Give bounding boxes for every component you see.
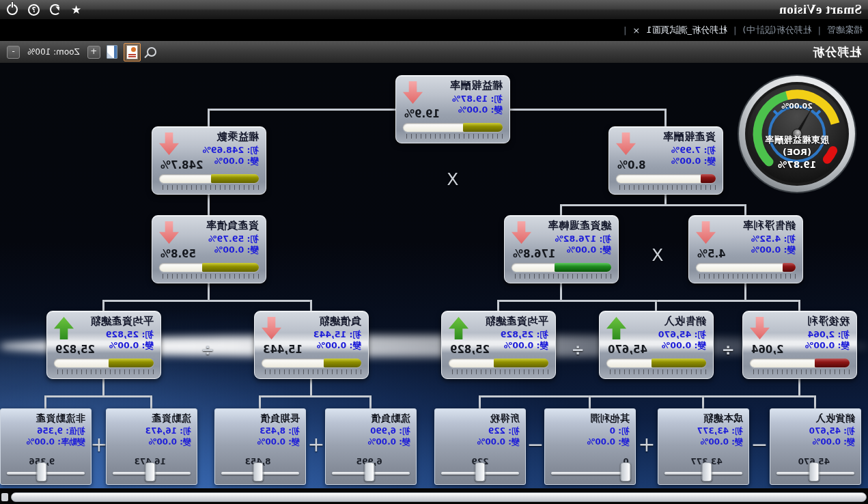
document-icon[interactable]: [107, 45, 117, 59]
search-icon[interactable]: [147, 47, 156, 57]
node-debt-ratio[interactable]: 資產負債率 初: 59.79% 變: 0.00% 59.8%: [152, 215, 266, 283]
power-icon[interactable]: [7, 4, 18, 15]
gauge-value: 19.87%: [737, 158, 857, 171]
connector-segment: [560, 283, 562, 301]
progress-bar: [403, 123, 503, 132]
connector-segment: [208, 195, 210, 216]
node-init: 初: 25,829: [54, 329, 154, 340]
node-init: 初: 59.79%: [159, 234, 259, 244]
bnode-current-liabilities[interactable]: 流動負債 初: 6,990 變: 0.00% 6,995: [325, 408, 417, 485]
connector-segment: [259, 395, 261, 409]
toolbar: + Zoom: 100% -: [7, 43, 156, 61]
connector-segment: [798, 379, 800, 397]
node-title: 銷售收入: [606, 315, 706, 328]
bnode-current-assets[interactable]: 流動資產 初: 16,473 變: 0.00% 16,473: [106, 408, 197, 485]
progress-bar: [606, 359, 706, 367]
node-value: 25,829: [55, 344, 95, 356]
help-icon[interactable]: ?: [28, 4, 40, 16]
title-bar: Smart eVision ★ ?: [0, 0, 868, 19]
progress-bar: [262, 359, 361, 367]
node-avg-assets-2[interactable]: 平均資產總額 初: 25,829 變: 0.00% 25,829: [441, 311, 556, 379]
zoom-out-button[interactable]: -: [7, 46, 20, 59]
tab-close-icon[interactable]: ×: [632, 25, 640, 36]
slider-handle[interactable]: [364, 462, 374, 481]
tab-file-explorer[interactable]: 檔案總管: [827, 24, 863, 36]
progress-bar: [54, 359, 154, 367]
ruler-ticks: [54, 369, 154, 374]
horizontal-scrollbar[interactable]: [11, 492, 867, 502]
connector-segment: [260, 395, 372, 397]
bnode-other-profit[interactable]: 其他利潤 初: 0 變: 0.00% 0: [544, 408, 636, 485]
app-logo: Smart eVision: [779, 2, 862, 17]
report-icon: [126, 45, 138, 59]
node-asset-turnover[interactable]: 總資產週轉率 初: 176.82% 變: 0.00% 176.8%: [504, 215, 619, 283]
ruler-ticks: [512, 274, 611, 279]
node-title: 平均資產總額: [449, 315, 548, 328]
bnode-non-current-assets[interactable]: 非流動資產 初值: 9,356 變動率: 0.00% 9,356: [0, 408, 92, 485]
bnode-sales[interactable]: 銷貨收入 初: 45,670 變: 0.00% 45,670: [770, 408, 861, 485]
bnode-income-tax[interactable]: 所得稅 初: 229 變: 0.00% 229: [434, 408, 526, 485]
connector-segment: [702, 395, 704, 409]
connector-segment: [102, 300, 104, 311]
value-slider: 8,453: [221, 457, 299, 480]
tab-dupont-test-page[interactable]: 杜邦分析_測試頁面1: [646, 24, 727, 36]
report-view-button[interactable]: [124, 43, 141, 61]
slider-handle[interactable]: [37, 462, 47, 481]
node-title: 總資產週轉率: [512, 219, 611, 232]
slider-handle[interactable]: [809, 462, 819, 481]
node-net-income[interactable]: 稅後淨利 初: 2,064 變: 0.00% 2,064: [742, 311, 857, 379]
slider-handle[interactable]: [621, 462, 631, 481]
node-init: 初: 7.99%: [616, 145, 716, 156]
operator-plus-2: +: [307, 432, 324, 456]
node-sales-revenue[interactable]: 銷售收入 初: 45,670 變: 0.00% 45,670: [599, 311, 714, 379]
zoom-in-button[interactable]: +: [87, 46, 100, 59]
progress-fill: [109, 359, 154, 367]
node-avg-assets-1[interactable]: 平均資產總額 初: 25,829 變: 0.00% 25,829: [46, 311, 161, 379]
ruler-ticks: [750, 369, 850, 374]
scrollbar-corner[interactable]: [1, 493, 8, 501]
connector-segment: [744, 204, 746, 216]
bnode-long-term-debt[interactable]: 長期負債 初: 8,453 變: 0.00% 8,453: [214, 408, 306, 485]
node-init: 初: 19.87%: [403, 94, 503, 104]
node-change: 變: 0.00%: [440, 437, 520, 448]
progress-fill: [555, 263, 611, 272]
slider-handle[interactable]: [475, 462, 486, 481]
slider-track[interactable]: [551, 472, 629, 475]
value-slider: 16,473: [113, 457, 191, 480]
connector-segment: [103, 300, 312, 302]
connector-segment: [44, 395, 46, 409]
node-roe[interactable]: 權益報酬率 初: 19.87% 變: 0.00% 19.9%: [395, 75, 510, 143]
gauge-needle-label: 20.00%: [737, 102, 857, 111]
operator-divide-2: ÷: [571, 341, 584, 359]
gauge-text: 股東權益報酬率 (ROE) 19.87%: [737, 134, 857, 171]
node-init: 初值: 9,356: [6, 426, 85, 437]
node-roa[interactable]: 資產報酬率 初: 7.99% 變: 0.00% 8.0%: [608, 126, 723, 195]
window-icons: ★ ?: [7, 4, 81, 16]
slider-handle[interactable]: [145, 462, 155, 481]
favorite-star-icon[interactable]: ★: [71, 4, 81, 16]
connector-segment: [656, 300, 800, 302]
node-net-profit-margin[interactable]: 銷售淨利率 初: 4.52% 變: 0.00% 4.5%: [688, 215, 803, 283]
connector-segment: [369, 395, 372, 409]
refresh-icon[interactable]: [50, 4, 61, 15]
slider-handle[interactable]: [701, 462, 712, 481]
progress-fill: [701, 174, 716, 183]
tab-dupont-design[interactable]: 杜邦分析(設計中): [742, 24, 811, 36]
node-value: 45,670: [608, 344, 647, 356]
node-equity-multiplier[interactable]: 權益乘數 初: 248.69% 變: 0.00% 248.7%: [152, 126, 266, 195]
node-total-debt[interactable]: 負債總額 初: 15,443 變: 0.00% 15,443: [254, 311, 369, 379]
connector-segment: [814, 395, 816, 409]
slider-handle[interactable]: [253, 462, 263, 481]
bnode-cost[interactable]: 成本總額 初: 43,377 變: 0.00% 43,377: [658, 408, 749, 485]
page-title: 杜邦分析: [812, 44, 861, 60]
node-title: 銷貨收入: [776, 412, 855, 425]
dupont-canvas: X X ÷ ÷ ÷ − + − + +: [0, 63, 868, 488]
connector-segment: [744, 283, 746, 301]
connector-segment: [497, 300, 499, 311]
ruler-ticks: [159, 274, 259, 279]
gauge-subtitle: (ROE): [737, 146, 857, 158]
progress-bar: [750, 359, 850, 367]
node-init: 初: 15,443: [262, 329, 361, 340]
roe-gauge[interactable]: 20.00% 股東權益報酬率 (ROE) 19.87%: [737, 74, 857, 194]
progress-fill: [324, 359, 361, 367]
